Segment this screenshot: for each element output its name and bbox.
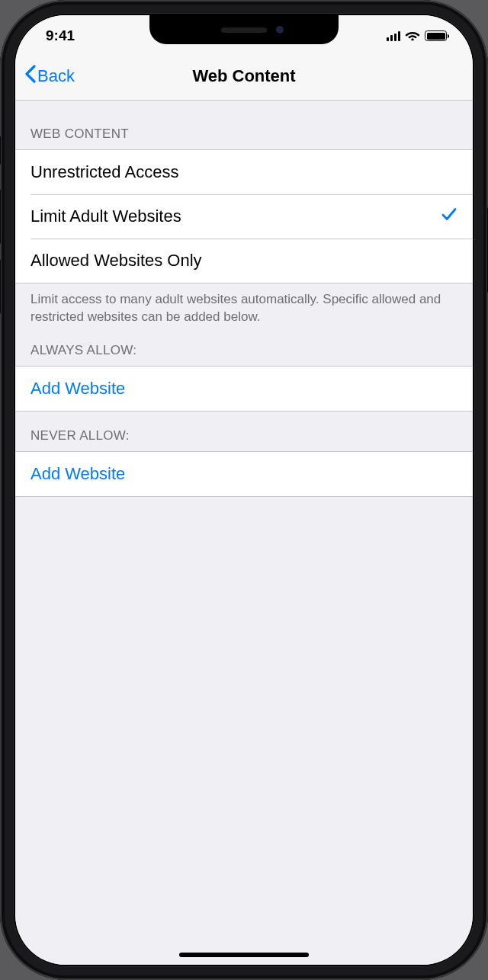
add-website-label: Add Website (30, 464, 125, 484)
screen: 9:41 Bac (15, 15, 473, 965)
battery-icon (425, 30, 447, 41)
cellular-signal-icon (387, 31, 401, 41)
add-website-label: Add Website (30, 379, 125, 399)
back-label: Back (37, 66, 75, 86)
phone-frame: 9:41 Bac (0, 0, 488, 980)
settings-content[interactable]: WEB CONTENT Unrestricted Access Limit Ad… (15, 101, 473, 965)
side-button-volume-up (0, 189, 1, 244)
page-title: Web Content (15, 66, 473, 86)
option-allowed-websites-only[interactable]: Allowed Websites Only (15, 239, 473, 283)
add-website-always-allow-button[interactable]: Add Website (15, 367, 473, 411)
wifi-icon (405, 30, 420, 41)
side-button-silence (0, 136, 1, 165)
checkmark-icon (441, 206, 458, 227)
option-label: Limit Adult Websites (30, 207, 181, 226)
section-header-never-allow: NEVER ALLOW: (15, 412, 473, 451)
add-website-never-allow-button[interactable]: Add Website (15, 452, 473, 496)
side-button-volume-down (0, 259, 1, 314)
section-header-always-allow: ALWAYS ALLOW: (15, 326, 473, 366)
section-header-web-content: WEB CONTENT (15, 101, 473, 149)
never-allow-list: Add Website (15, 451, 473, 497)
option-limit-adult-websites[interactable]: Limit Adult Websites (15, 194, 473, 239)
chevron-left-icon (24, 65, 36, 88)
home-indicator[interactable] (179, 953, 309, 957)
option-label: Allowed Websites Only (30, 251, 202, 271)
notch (149, 15, 339, 44)
speaker-grille (221, 27, 267, 33)
nav-bar: Back Web Content (15, 52, 473, 101)
option-label: Unrestricted Access (30, 162, 178, 182)
option-unrestricted-access[interactable]: Unrestricted Access (15, 150, 473, 194)
web-content-options-list: Unrestricted Access Limit Adult Websites… (15, 149, 473, 283)
back-button[interactable]: Back (24, 65, 75, 88)
front-camera (276, 26, 284, 34)
always-allow-list: Add Website (15, 366, 473, 412)
section-footer-web-content: Limit access to many adult websites auto… (15, 283, 473, 326)
